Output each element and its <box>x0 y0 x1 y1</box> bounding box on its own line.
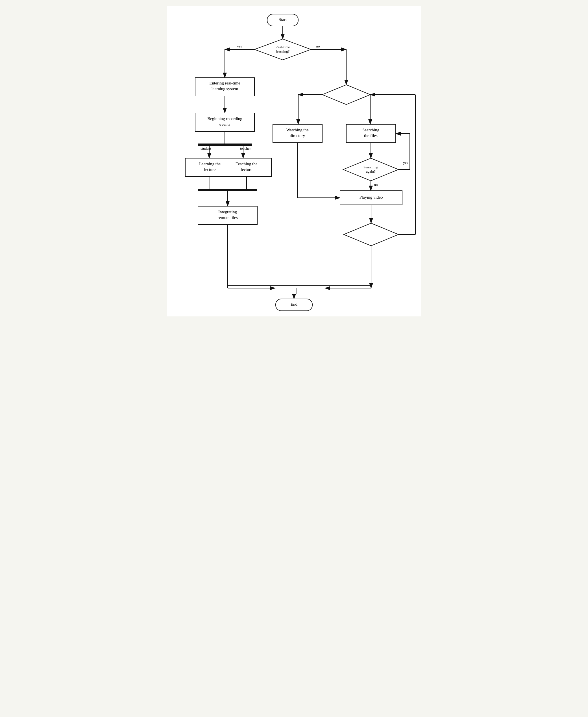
entering-line1: Entering real-time <box>209 81 240 85</box>
beginning-line1: Beginning recording <box>207 116 242 121</box>
integrating-line1: Integrating <box>218 210 237 214</box>
label-yes-d3: yes <box>403 161 408 165</box>
decision2-node <box>322 85 370 104</box>
searching-line2: the files <box>364 134 378 138</box>
entering-line2: learning system <box>212 86 238 91</box>
teaching-line1: Teaching the <box>236 162 257 166</box>
integrating-line2: remote files <box>217 215 237 220</box>
learning-line1: Learning the <box>199 162 221 166</box>
learning-line2: lecture <box>204 167 216 172</box>
decision1-line2: learning? <box>276 49 290 54</box>
label-no-d1: no <box>316 44 320 48</box>
teaching-line2: lecture <box>241 167 252 172</box>
start-label: Start <box>279 17 287 22</box>
decision3-line1: Searching <box>363 165 378 169</box>
label-no-d3: no <box>374 183 378 187</box>
decision4-node <box>344 223 399 246</box>
decision1-line1: Real-time <box>275 45 290 49</box>
searching-line1: Searching <box>362 128 379 132</box>
watching-line1: Watching the <box>286 128 309 132</box>
flowchart: Start Real-time learning? yes no Enterin… <box>167 6 421 316</box>
fork-bar <box>198 144 252 146</box>
playing-label: Playing video <box>359 195 383 200</box>
label-student: student <box>201 146 211 150</box>
label-yes-d1: yes <box>237 44 242 48</box>
watching-line2: directory <box>290 134 305 138</box>
label-teacher: teacher <box>240 146 251 150</box>
end-label: End <box>291 302 298 307</box>
decision3-line2: again? <box>366 169 376 173</box>
join-bar <box>198 189 257 191</box>
beginning-line2: events <box>219 122 230 127</box>
